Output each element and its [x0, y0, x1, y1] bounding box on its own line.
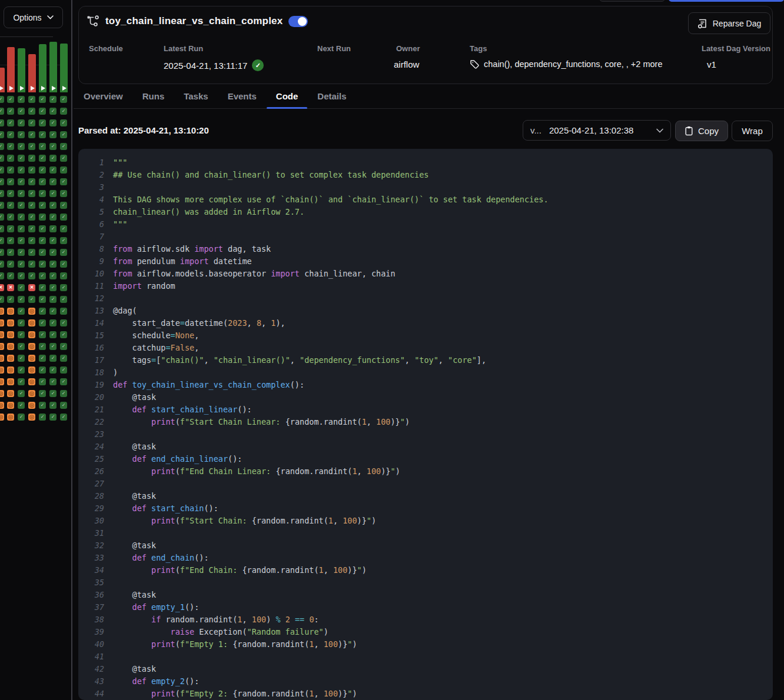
- run-duration-bar[interactable]: [49, 42, 57, 92]
- task-state-cell-success[interactable]: ✓: [0, 261, 4, 268]
- task-state-cell-success[interactable]: ✓: [60, 414, 67, 421]
- task-state-cell-success[interactable]: ✓: [49, 284, 57, 291]
- task-state-cell-success[interactable]: ✓: [28, 249, 35, 256]
- task-state-cell-success[interactable]: ✓: [49, 202, 57, 209]
- task-state-cell-success[interactable]: ✓: [7, 214, 14, 221]
- run-state-play-icon[interactable]: [0, 86, 4, 91]
- task-state-cell-success[interactable]: ✓: [49, 378, 57, 385]
- task-state-cell-success[interactable]: ✓: [49, 119, 57, 126]
- task-state-cell-success[interactable]: ✓: [39, 155, 46, 162]
- task-state-cell-success[interactable]: ✓: [49, 155, 57, 162]
- task-state-cell-success[interactable]: ✓: [0, 119, 4, 126]
- task-state-cell-success[interactable]: ✓: [18, 366, 25, 374]
- task-state-cell-success[interactable]: ✓: [49, 108, 57, 115]
- task-state-cell-retry[interactable]: ◎: [28, 414, 35, 421]
- run-state-play-icon[interactable]: [31, 86, 35, 91]
- task-state-cell-success[interactable]: ✓: [0, 296, 4, 303]
- task-state-cell-success[interactable]: ✓: [49, 178, 57, 185]
- task-state-cell-success[interactable]: ✓: [39, 284, 46, 291]
- task-state-cell-success[interactable]: ✓: [18, 261, 25, 268]
- task-state-cell-success[interactable]: ✓: [39, 331, 46, 338]
- task-state-cell-retry[interactable]: ◎: [0, 319, 4, 326]
- task-state-cell-success[interactable]: ✓: [7, 166, 14, 174]
- task-state-cell-success[interactable]: ✓: [60, 178, 67, 185]
- run-state-play-icon[interactable]: [9, 86, 14, 91]
- task-state-cell-success[interactable]: ✓: [0, 131, 4, 138]
- task-state-cell-failed[interactable]: ✕: [0, 284, 4, 291]
- task-state-cell-success[interactable]: ✓: [7, 261, 14, 268]
- task-state-cell-success[interactable]: ✓: [60, 402, 67, 409]
- task-state-cell-success[interactable]: ✓: [49, 331, 57, 338]
- task-state-cell-success[interactable]: ✓: [28, 166, 35, 174]
- task-state-cell-success[interactable]: ✓: [39, 225, 46, 232]
- task-state-cell-retry[interactable]: ◎: [28, 378, 35, 385]
- task-state-cell-success[interactable]: ✓: [60, 237, 67, 244]
- task-state-cell-failed[interactable]: ✕: [28, 284, 35, 291]
- task-state-cell-success[interactable]: ✓: [7, 131, 14, 138]
- task-state-cell-success[interactable]: ✓: [39, 366, 46, 374]
- task-state-cell-success[interactable]: ✓: [39, 296, 46, 303]
- task-state-cell-success[interactable]: ✓: [18, 225, 25, 232]
- tab-code[interactable]: Code: [276, 84, 298, 108]
- dag-version-select[interactable]: v... 2025-04-21, 13:02:38: [523, 120, 671, 141]
- task-state-cell-success[interactable]: ✓: [49, 390, 57, 397]
- task-state-cell-success[interactable]: ✓: [49, 249, 57, 256]
- task-state-cell-success[interactable]: ✓: [49, 355, 57, 362]
- task-state-cell-success[interactable]: ✓: [28, 190, 35, 197]
- task-state-cell-success[interactable]: ✓: [60, 202, 67, 209]
- task-state-cell-success[interactable]: ✓: [28, 202, 35, 209]
- task-state-cell-success[interactable]: ✓: [18, 249, 25, 256]
- task-state-cell-success[interactable]: ✓: [60, 261, 67, 268]
- task-state-cell-success[interactable]: ✓: [49, 308, 57, 315]
- task-state-cell-success[interactable]: ✓: [18, 319, 25, 326]
- task-state-cell-success[interactable]: ✓: [7, 249, 14, 256]
- task-state-cell-success[interactable]: ✓: [28, 155, 35, 162]
- task-state-cell-success[interactable]: ✓: [39, 390, 46, 397]
- task-state-cell-success[interactable]: ✓: [18, 237, 25, 244]
- task-state-cell-failed[interactable]: ✕: [7, 284, 14, 291]
- dag-source-code[interactable]: 1"""2## Use chain() and chain_linear() t…: [78, 149, 773, 700]
- task-state-cell-success[interactable]: ✓: [49, 402, 57, 409]
- task-state-cell-success[interactable]: ✓: [60, 390, 67, 397]
- top-cutoff-primary-button[interactable]: [669, 0, 784, 2]
- task-state-cell-success[interactable]: ✓: [49, 366, 57, 374]
- task-state-cell-success[interactable]: ✓: [18, 296, 25, 303]
- task-state-cell-success[interactable]: ✓: [28, 272, 35, 279]
- task-state-cell-success[interactable]: ✓: [0, 190, 4, 197]
- task-state-cell-success[interactable]: ✓: [49, 343, 57, 350]
- run-duration-bar[interactable]: [60, 44, 68, 92]
- task-state-cell-retry[interactable]: ◎: [0, 308, 4, 315]
- task-state-cell-success[interactable]: ✓: [7, 225, 14, 232]
- task-state-cell-success[interactable]: ✓: [18, 166, 25, 174]
- task-state-cell-success[interactable]: ✓: [7, 96, 14, 103]
- task-state-cell-success[interactable]: ✓: [49, 296, 57, 303]
- task-state-cell-success[interactable]: ✓: [18, 155, 25, 162]
- task-state-cell-success[interactable]: ✓: [18, 378, 25, 385]
- task-state-cell-success[interactable]: ✓: [39, 237, 46, 244]
- task-state-cell-success[interactable]: ✓: [18, 119, 25, 126]
- options-dropdown-button[interactable]: Options: [4, 6, 63, 28]
- task-state-cell-success[interactable]: ✓: [28, 131, 35, 138]
- task-state-cell-retry[interactable]: ◎: [0, 390, 4, 397]
- task-state-cell-success[interactable]: ✓: [0, 225, 4, 232]
- task-state-cell-success[interactable]: ✓: [28, 237, 35, 244]
- task-state-cell-success[interactable]: ✓: [7, 237, 14, 244]
- task-state-cell-retry[interactable]: ◎: [28, 319, 35, 326]
- task-state-cell-retry[interactable]: ◎: [7, 402, 14, 409]
- task-state-cell-success[interactable]: ✓: [49, 190, 57, 197]
- task-state-cell-success[interactable]: ✓: [39, 272, 46, 279]
- task-state-cell-success[interactable]: ✓: [39, 190, 46, 197]
- task-state-cell-success[interactable]: ✓: [39, 355, 46, 362]
- latest-run-value[interactable]: 2025-04-21, 13:11:17 ✓: [164, 59, 264, 71]
- task-state-cell-retry[interactable]: ◎: [7, 414, 14, 421]
- task-state-cell-success[interactable]: ✓: [0, 249, 4, 256]
- task-state-cell-success[interactable]: ✓: [60, 155, 67, 162]
- task-state-cell-success[interactable]: ✓: [39, 414, 46, 421]
- task-state-cell-success[interactable]: ✓: [60, 331, 67, 338]
- task-state-cell-success[interactable]: ✓: [39, 166, 46, 174]
- task-state-cell-success[interactable]: ✓: [39, 131, 46, 138]
- task-state-cell-success[interactable]: ✓: [60, 366, 67, 374]
- task-state-cell-success[interactable]: ✓: [7, 155, 14, 162]
- task-state-cell-success[interactable]: ✓: [18, 272, 25, 279]
- tab-runs[interactable]: Runs: [142, 84, 165, 108]
